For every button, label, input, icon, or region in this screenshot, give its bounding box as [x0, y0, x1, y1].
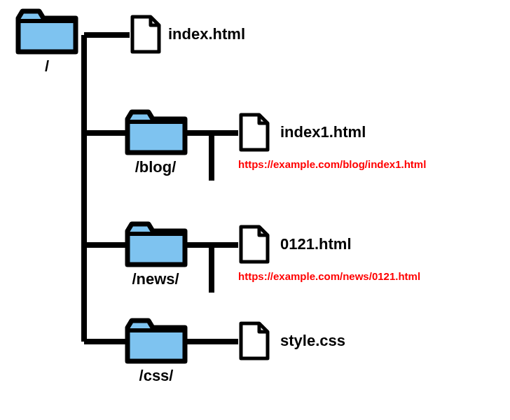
file-0121-label: 0121.html — [280, 235, 352, 253]
file-index1-label: index1.html — [280, 123, 366, 141]
folder-icon — [125, 106, 188, 157]
file-icon — [238, 321, 270, 361]
root-folder-label: / — [36, 57, 57, 76]
file-index — [130, 14, 162, 57]
css-folder — [125, 315, 188, 368]
file-icon — [238, 224, 270, 265]
file-0121 — [238, 224, 270, 267]
file-index1-url: https://example.com/blog/index1.html — [238, 158, 426, 170]
file-index1 — [238, 112, 270, 155]
folder-icon — [15, 6, 78, 56]
root-folder — [15, 6, 78, 59]
blog-folder-label: /blog/ — [135, 158, 177, 176]
folder-icon — [125, 218, 188, 269]
file-icon — [130, 14, 162, 55]
folder-icon — [125, 315, 188, 365]
file-0121-url: https://example.com/news/0121.html — [238, 270, 420, 282]
css-folder-label: /css/ — [139, 367, 174, 385]
file-stylecss — [238, 321, 270, 364]
blog-folder — [125, 106, 188, 160]
news-folder-label: /news/ — [130, 270, 181, 288]
news-folder — [125, 218, 188, 272]
file-icon — [238, 112, 270, 153]
file-stylecss-label: style.css — [280, 332, 345, 350]
file-index-label: index.html — [168, 25, 245, 43]
